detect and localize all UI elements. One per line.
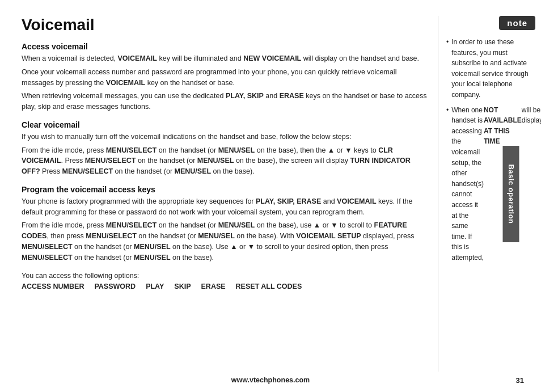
content-area: Voicemail Access voicemail When a voicem… [0, 0, 541, 372]
section-access-voicemail: Access voicemail When a voicemail is det… [22, 42, 429, 112]
para-access-2: Once your voicemail access number and pa… [22, 67, 429, 88]
heading-program-voicemail: Program the voicemail access keys [22, 185, 429, 194]
section-clear-voicemail: Clear voicemail If you wish to manually … [22, 120, 429, 177]
option-play: PLAY [146, 283, 164, 290]
options-label: You can access the following options: [22, 271, 429, 281]
footer-page-number: 31 [516, 376, 524, 385]
page-wrapper: Voicemail Access voicemail When a voicem… [0, 0, 541, 392]
page-title: Voicemail [22, 16, 429, 34]
footer-url: www.vtechphones.com [17, 376, 524, 384]
options-keys: ACCESS NUMBER PASSWORD PLAY SKIP ERASE R… [22, 283, 429, 290]
heading-access-voicemail: Access voicemail [22, 42, 429, 51]
para-clear-2: From the idle mode, press MENU/SELECT on… [22, 145, 429, 177]
note-bullets: In order to use these features, you must… [446, 37, 535, 267]
sidebar-label: Basic operation [503, 146, 519, 242]
note-bullet-1: In order to use these features, you must… [446, 37, 535, 100]
para-access-3: When retrieving voicemail messages, you … [22, 91, 429, 112]
note-bullet-2: When one handset is accessing the voicem… [446, 105, 535, 263]
footer: www.vtechphones.com 31 [0, 376, 541, 384]
option-skip: SKIP [174, 283, 191, 290]
option-access-number: ACCESS NUMBER [22, 283, 84, 290]
right-column: note In order to use these features, you… [438, 16, 535, 372]
para-program-2: From the idle mode, press MENU/SELECT on… [22, 220, 429, 263]
heading-clear-voicemail: Clear voicemail [22, 120, 429, 129]
para-access-1: When a voicemail is detected, VOICEMAIL … [22, 53, 429, 64]
option-reset: RESET ALL CODES [236, 283, 302, 290]
para-program-1: Your phone is factory programmed with th… [22, 196, 429, 218]
para-clear-1: If you wish to manually turn off the voi… [22, 132, 429, 142]
main-column: Voicemail Access voicemail When a voicem… [22, 16, 438, 372]
option-erase: ERASE [201, 283, 226, 290]
section-program-voicemail: Program the voicemail access keys Your p… [22, 185, 429, 263]
option-password: PASSWORD [94, 283, 136, 290]
note-badge: note [499, 16, 535, 30]
